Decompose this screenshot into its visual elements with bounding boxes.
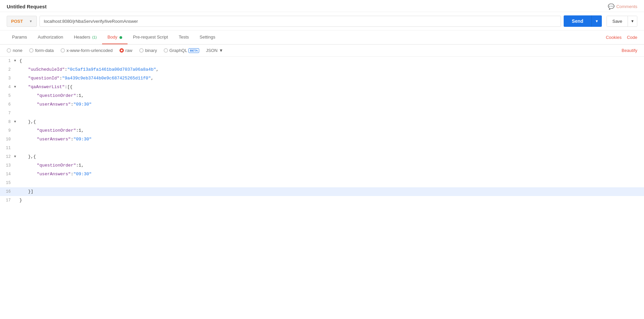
tabs-right: Cookies Code [606,35,637,40]
cookies-link[interactable]: Cookies [606,35,622,40]
code-link[interactable]: Code [627,35,637,40]
editor-line-12: 12 ▼ },{ [0,152,644,161]
radio-form-data[interactable] [29,48,33,53]
editor-line-9: 9 "questionOrder":1, [0,126,644,135]
radio-binary[interactable] [139,48,144,53]
editor-line-3: 3 "questionId":"9a439c9eb3744b0e9c687425… [0,74,644,83]
method-label: POST [11,19,23,24]
radio-none[interactable] [7,48,11,53]
json-format-dropdown[interactable]: JSON ▼ [206,48,223,53]
tabs-bar: Params Authorization Headers (1) Body Pr… [0,30,644,45]
comments-button[interactable]: 💬 Comments [608,3,637,10]
tab-body[interactable]: Body [102,30,128,44]
option-none[interactable]: none [7,48,22,53]
save-button[interactable]: Save [607,16,628,26]
option-graphql[interactable]: GraphQL BETA [164,48,199,53]
radio-graphql[interactable] [164,48,168,53]
tab-pre-request-script[interactable]: Pre-request Script [128,30,173,44]
comments-icon: 💬 [608,3,615,10]
editor-line-1: 1 ▼ { [0,57,644,65]
editor-line-11: 11 [0,144,644,152]
save-dropdown-button[interactable]: ▼ [628,16,637,26]
headers-badge: (1) [92,35,96,39]
url-bar: POST ▼ Send ▼ Save ▼ [0,12,644,30]
tab-params[interactable]: Params [7,30,32,44]
tab-settings[interactable]: Settings [194,30,221,44]
beta-badge: BETA [188,48,199,53]
tabs-left: Params Authorization Headers (1) Body Pr… [7,30,606,44]
body-options: none form-data x-www-form-urlencoded raw… [0,45,644,57]
format-arrow: ▼ [219,48,223,53]
editor-line-4: 4 ▼ "qaAnswerList":[{ [0,83,644,91]
editor-line-7: 7 [0,109,644,118]
editor-line-13: 13 "questionOrder":1, [0,161,644,170]
tab-headers[interactable]: Headers (1) [69,30,102,44]
option-binary[interactable]: binary [139,48,157,53]
editor-line-2: 2 "uuScheduleId":"0c5af13a9fa1461ba00d70… [0,65,644,74]
body-active-dot [119,36,122,39]
editor-line-10: 10 "userAnswers":"09:30" [0,135,644,144]
editor-line-14: 14 "userAnswers":"09:30" [0,170,644,179]
radio-x-www[interactable] [61,48,65,53]
editor-line-17: 17 } [0,196,644,205]
beautify-button[interactable]: Beautify [622,48,637,53]
save-button-group: Save ▼ [607,16,637,27]
url-input[interactable] [39,16,561,27]
page-title: Untitled Request [7,4,47,9]
radio-raw[interactable] [119,48,124,53]
tab-authorization[interactable]: Authorization [32,30,69,44]
send-button-group: Send ▼ [564,15,602,27]
top-bar: Untitled Request 💬 Comments [0,0,644,12]
format-label: JSON [206,48,218,53]
comments-label: Comments [616,4,637,9]
send-dropdown-button[interactable]: ▼ [591,15,602,27]
option-form-data[interactable]: form-data [29,48,54,53]
method-select[interactable]: POST ▼ [7,16,37,27]
editor-line-15: 15 [0,179,644,187]
option-raw[interactable]: raw [119,48,133,53]
code-editor[interactable]: 1 ▼ { 2 "uuScheduleId":"0c5af13a9fa1461b… [0,57,644,224]
editor-line-6: 6 "userAnswers":"09:30" [0,100,644,109]
method-dropdown-arrow: ▼ [29,19,32,23]
tab-tests[interactable]: Tests [173,30,194,44]
editor-line-8: 8 ▼ },{ [0,118,644,126]
option-x-www-form-urlencoded[interactable]: x-www-form-urlencoded [61,48,113,53]
editor-line-16: 16 }] [0,187,644,196]
send-button[interactable]: Send [564,15,591,27]
editor-line-5: 5 "questionOrder":1, [0,91,644,100]
